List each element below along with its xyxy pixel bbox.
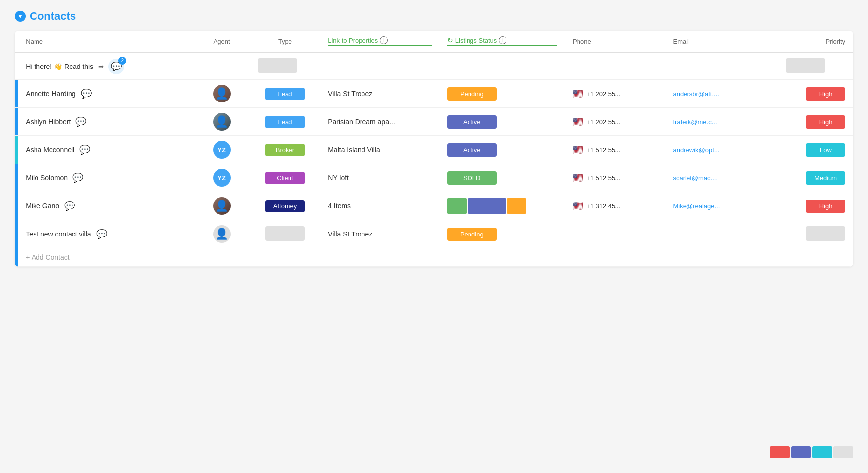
col-header-status: ↻ Listings Status i — [439, 31, 565, 53]
table-row: Mike Gano 💬 👤Attorney4 Items 🇺🇸+1 312 45… — [15, 192, 853, 220]
notification-priority-cell — [778, 53, 853, 80]
property-cell: Villa St Tropez — [320, 220, 439, 248]
priority-badge: High — [806, 200, 845, 213]
contact-name-cell: Mike Gano 💬 — [18, 192, 193, 220]
status-badge: SOLD — [447, 171, 497, 185]
email-value[interactable]: andrewik@opt... — [673, 146, 720, 154]
email-cell: fraterk@me.c... — [665, 108, 778, 136]
priority-cell: High — [778, 192, 853, 220]
col-header-name: Name — [18, 31, 193, 53]
agent-avatar: YZ — [213, 169, 231, 187]
contact-name-cell: Asha Mcconnell 💬 — [18, 136, 193, 164]
status-orange — [507, 198, 526, 214]
contact-name: Mike Gano — [26, 202, 59, 210]
type-cell: Attorney — [250, 192, 320, 220]
notification-property-cell — [320, 53, 439, 80]
agent-avatar: 👤 — [213, 85, 231, 102]
agent-cell: 👤 — [193, 192, 250, 220]
col-header-priority: Priority — [778, 31, 853, 53]
priority-badge: High — [806, 115, 845, 129]
phone-number: +1 202 55... — [586, 90, 620, 98]
type-cell: Lead — [250, 80, 320, 108]
status-badge: Active — [447, 115, 497, 129]
add-contact-label[interactable]: + Add Contact — [18, 248, 853, 267]
chat-icon[interactable]: 💬 — [81, 88, 92, 99]
priority-empty — [806, 226, 845, 241]
agent-cell: YZ — [193, 164, 250, 192]
agent-cell: 👤 — [193, 80, 250, 108]
col-header-agent: Agent — [193, 31, 250, 53]
chat-icon[interactable]: 💬 — [64, 201, 75, 211]
priority-cell: Low — [778, 136, 853, 164]
priority-badge: Low — [806, 143, 845, 157]
contact-name-cell: Milo Solomon 💬 — [18, 164, 193, 192]
contact-name: Asha Mcconnell — [26, 146, 74, 154]
notification-type-cell — [250, 53, 320, 80]
status-cell: Pending — [439, 80, 565, 108]
phone-cell: 🇺🇸+1 202 55... — [565, 108, 665, 136]
status-blue — [468, 198, 506, 214]
property-cell: Parisian Dream apa... — [320, 108, 439, 136]
priority-badge: Medium — [806, 171, 845, 185]
phone-cell: 🇺🇸+1 512 55... — [565, 164, 665, 192]
email-cell: Mike@realage... — [665, 192, 778, 220]
type-empty — [265, 226, 305, 241]
contact-name: Milo Solomon — [26, 174, 68, 182]
flag-icon: 🇺🇸 — [573, 172, 583, 183]
type-badge: Client — [265, 172, 305, 184]
contacts-table: Name Agent Type Link to Properties i ↻ L… — [15, 31, 853, 267]
chat-icon[interactable]: 💬 — [72, 172, 83, 183]
status-cell: SOLD — [439, 164, 565, 192]
phone-number: +1 512 55... — [586, 146, 620, 154]
type-badge: Lead — [265, 88, 305, 100]
add-contact-row[interactable]: + Add Contact — [15, 248, 853, 267]
table-row: Ashlyn Hibbert 💬 👤LeadParisian Dream apa… — [15, 108, 853, 136]
email-cell: andersbr@att.... — [665, 80, 778, 108]
page-title: Contacts — [30, 10, 76, 23]
chat-icon[interactable]: 💬 — [75, 116, 86, 127]
property-cell: Malta Island Villa — [320, 136, 439, 164]
phone-cell: 🇺🇸+1 512 55... — [565, 136, 665, 164]
refresh-icon[interactable]: ↻ — [447, 36, 453, 44]
multi-status — [447, 198, 526, 214]
email-cell: scarlet@mac.... — [665, 164, 778, 192]
status-cell: Active — [439, 108, 565, 136]
email-value[interactable]: andersbr@att.... — [673, 90, 719, 98]
email-value[interactable]: Mike@realage... — [673, 203, 720, 210]
status-green — [447, 198, 467, 214]
table-row: Asha Mcconnell 💬 YZBrokerMalta Island Vi… — [15, 136, 853, 164]
status-cell: Pending — [439, 220, 565, 248]
type-badge: Lead — [265, 116, 305, 128]
agent-cell: 👤 — [193, 108, 250, 136]
notification-cell: Hi there! 👋 Read this ➡ 💬 2 — [18, 53, 250, 80]
status-badge: Pending — [447, 228, 497, 241]
email-cell: andrewik@opt... — [665, 136, 778, 164]
contact-name-cell: Test new contact villa 💬 — [18, 220, 193, 248]
agent-cell: 👤 — [193, 220, 250, 248]
email-value[interactable]: scarlet@mac.... — [673, 174, 718, 182]
chat-icon[interactable]: 💬 — [79, 144, 90, 155]
flag-icon: 🇺🇸 — [573, 201, 583, 211]
status-info-icon[interactable]: i — [499, 36, 506, 44]
agent-avatar: 👤 — [213, 225, 231, 243]
contacts-icon: ▼ — [15, 11, 26, 22]
contact-name-cell: Annette Harding 💬 — [18, 80, 193, 108]
notification-text: Hi there! 👋 Read this — [26, 63, 93, 70]
phone-cell: 🇺🇸+1 312 45... — [565, 192, 665, 220]
contact-name: Ashlyn Hibbert — [26, 118, 71, 126]
table-row: Milo Solomon 💬 YZClientNY loftSOLD🇺🇸+1 5… — [15, 164, 853, 192]
status-badge: Pending — [447, 87, 497, 101]
link-info-icon[interactable]: i — [380, 36, 388, 44]
type-cell: Client — [250, 164, 320, 192]
property-cell: Villa St Tropez — [320, 80, 439, 108]
agent-avatar: 👤 — [213, 197, 231, 215]
chat-icon[interactable]: 💬 — [96, 229, 107, 239]
agent-cell: YZ — [193, 136, 250, 164]
priority-cell: High — [778, 80, 853, 108]
notification-email-cell — [665, 53, 778, 80]
phone-cell — [565, 220, 665, 248]
notification-phone-cell — [565, 53, 665, 80]
property-cell: 4 Items — [320, 192, 439, 220]
email-value[interactable]: fraterk@me.c... — [673, 118, 717, 126]
notification-badge-wrap[interactable]: 💬 2 — [108, 59, 124, 74]
